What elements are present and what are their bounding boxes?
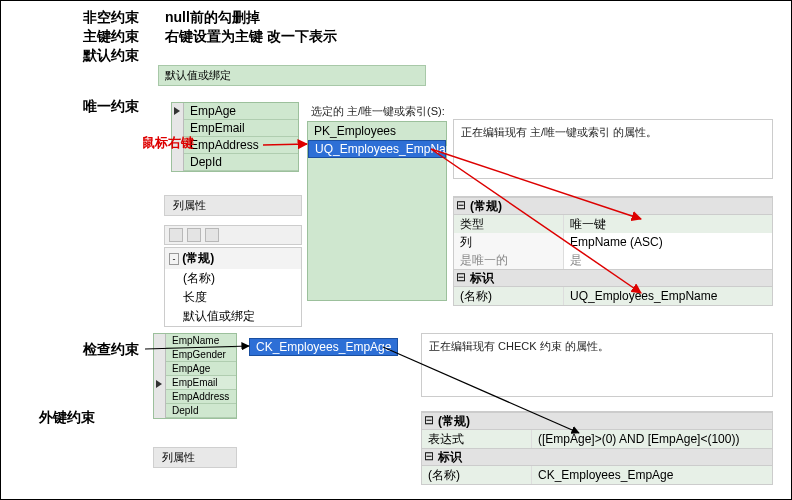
tree-item[interactable]: 默认值或绑定 [165,307,301,326]
toolbar-btn[interactable] [187,228,201,242]
index-item[interactable]: PK_Employees [308,122,446,140]
section-toggle-icon[interactable]: ⊟ [422,413,436,429]
col-prop-tree[interactable]: - (常规) (名称) 长度 默认值或绑定 [164,247,302,327]
tree-title: (常规) [182,251,214,265]
col-cell[interactable]: EmpEmail [166,376,236,390]
prop-key: 是唯一的 [454,251,564,269]
unique-desc-panel [453,119,773,179]
prop-key: (名称) [454,287,564,305]
prop-key: 列 [454,233,564,251]
prop-val: 是 [564,251,772,269]
prop-val[interactable]: EmpName (ASC) [564,233,772,251]
prop-section: (常规) [468,198,772,214]
prop-val[interactable]: CK_Employees_EmpAge [532,466,772,484]
col-cell[interactable]: EmpAddress [166,390,236,404]
constraint-unique-label: 唯一约束 [83,98,139,116]
constraint-primary-label: 主键约束 [83,28,139,46]
default-value-cell[interactable]: 默认值或绑定 [158,65,426,86]
section-toggle-icon[interactable]: ⊟ [422,449,436,465]
constraint-primary-desc: 右键设置为主键 改一下表示 [165,28,337,46]
col-prop-title-check: 列属性 [153,447,237,468]
unique-prop-grid[interactable]: ⊟(常规) 类型唯一键 列EmpName (ASC) 是唯一的是 ⊟标识 (名称… [453,196,773,306]
prop-key: 表达式 [422,430,532,448]
toolbar-btn[interactable] [205,228,219,242]
check-item-selected: CK_Employees_EmpAge [249,338,398,356]
constraint-foreign-label: 外键约束 [39,409,95,427]
constraint-check-label: 检查约束 [83,341,139,359]
check-right-desc: 正在编辑现有 CHECK 约束 的属性。 [429,339,609,354]
prop-val[interactable]: 唯一键 [564,215,772,233]
constraint-notnull-label: 非空约束 [83,9,139,27]
col-cell[interactable]: EmpAddress [184,137,298,154]
check-prop-grid[interactable]: ⊟(常规) 表达式([EmpAge]>(0) AND [EmpAge]<(100… [421,411,773,485]
col-cell[interactable]: DepId [184,154,298,171]
index-list[interactable]: PK_Employees UQ_Employees_EmpName [307,121,447,301]
toolbar-btn[interactable] [169,228,183,242]
col-cell[interactable]: EmpGender [166,348,236,362]
prop-key: (名称) [422,466,532,484]
constraint-default-label: 默认约束 [83,47,139,65]
column-list-check[interactable]: EmpName EmpGender EmpAge EmpEmail EmpAdd… [153,333,237,419]
col-cell[interactable]: DepId [166,404,236,418]
check-item-cell[interactable]: CK_Employees_EmpAge [249,338,398,356]
prop-section: (常规) [436,413,772,429]
section-toggle-icon[interactable]: ⊟ [454,198,468,214]
tree-toggle-icon[interactable]: - [169,253,179,265]
section-toggle-icon[interactable]: ⊟ [454,270,468,286]
index-item-selected[interactable]: UQ_Employees_EmpName [308,140,446,158]
prop-section: 标识 [468,270,772,286]
constraint-notnull-desc: null前的勾删掉 [165,9,260,27]
prop-val[interactable]: ([EmpAge]>(0) AND [EmpAge]<(100)) [532,430,772,448]
col-prop-title: 列属性 [164,195,302,216]
tree-item[interactable]: (名称) [165,269,301,288]
rightclick-hint: 鼠标右键 [142,134,194,152]
col-cell[interactable]: EmpEmail [184,120,298,137]
prop-key: 类型 [454,215,564,233]
col-cell[interactable]: EmpAge [184,103,298,120]
prop-val[interactable]: UQ_Employees_EmpName [564,287,772,305]
index-picker-label: 选定的 主/唯一键或索引(S): [311,104,445,119]
col-prop-toolbar[interactable] [164,225,302,245]
prop-section: 标识 [436,449,772,465]
col-cell[interactable]: EmpName [166,334,236,348]
tree-item[interactable]: 长度 [165,288,301,307]
col-cell[interactable]: EmpAge [166,362,236,376]
